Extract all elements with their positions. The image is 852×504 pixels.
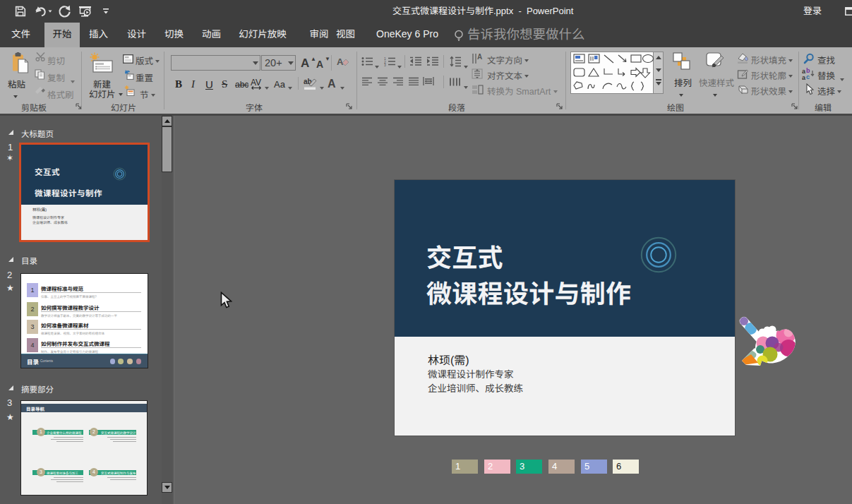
svg-text:A: A — [337, 56, 344, 67]
svg-text:c: c — [806, 73, 810, 80]
svg-text:3: 3 — [384, 63, 386, 66]
svg-text:A: A — [477, 53, 482, 61]
